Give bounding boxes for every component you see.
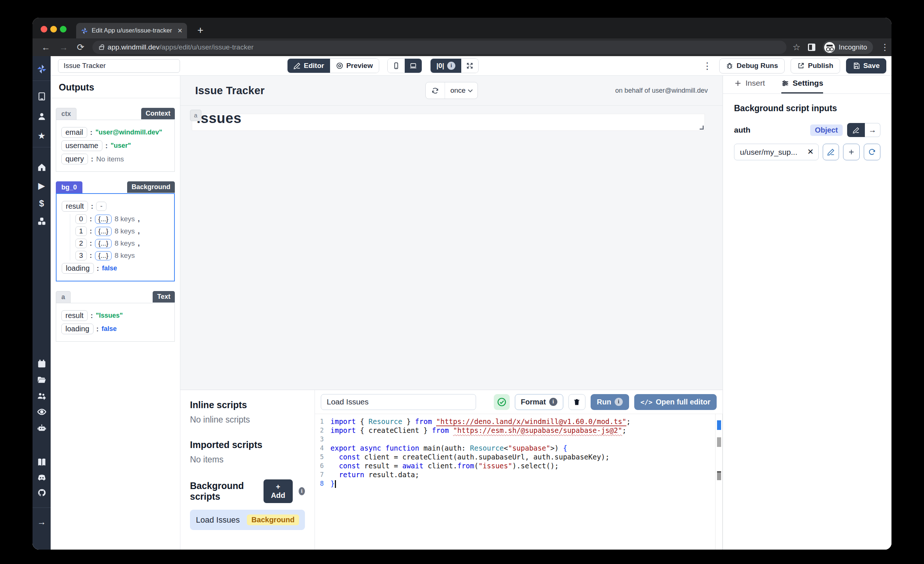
publish-button[interactable]: Publish [790,58,840,73]
clear-x-icon[interactable]: ✕ [807,147,814,156]
favorites-star-icon[interactable]: ★ [37,131,46,141]
address-bar[interactable]: app.windmill.dev/apps/edit/u/user/issue-… [92,40,786,54]
save-button[interactable]: Save [846,58,886,73]
home-icon[interactable] [37,163,46,172]
runs-play-icon[interactable]: ▶ [37,181,46,191]
windmill-app: ★ ▶ $ → Editor [33,56,891,550]
user-icon[interactable] [37,112,46,121]
new-tab-button[interactable]: + [197,24,203,36]
info-icon: i [298,487,305,495]
editor-mode-button[interactable]: Editor [288,59,330,73]
more-menu-icon[interactable]: ⋮ [703,61,712,71]
tab-title: Edit App u/user/issue-tracker | [92,27,174,34]
refresh-icon [431,87,439,94]
docs-book-icon[interactable] [37,457,46,467]
schedules-calendar-icon[interactable] [37,359,46,369]
rail-divider [33,507,51,508]
refresh-icon [868,148,876,156]
bookmark-star-icon[interactable]: ☆ [792,42,801,52]
editor-overview-ruler[interactable] [715,414,723,550]
code-line: 5 const client = createClient(auth.supab… [315,452,723,461]
delete-script-button[interactable] [568,394,585,410]
expand-rail-arrow-icon[interactable]: → [37,517,46,527]
refresh-resource-button[interactable] [864,144,880,160]
code-line: 3 [315,435,723,444]
app-name-input[interactable] [58,59,180,73]
field-name: auth [734,126,750,135]
workspace-building-icon[interactable] [37,91,46,101]
chrome-menu-icon[interactable]: ⋮ [880,42,889,52]
imported-scripts-empty: No items [190,455,305,465]
debug-runs-button[interactable]: Debug Runs [719,58,784,73]
bg0-id-chip[interactable]: bg_0 [56,181,82,193]
tab-settings[interactable]: Settings [782,79,824,93]
ruler-marker [717,420,721,430]
edit-resource-button[interactable] [823,144,839,160]
refresh-button[interactable] [425,82,445,99]
ruler-toggle-button[interactable]: |0| i [430,59,461,73]
background-scripts-header: Background scripts + Add i [190,479,305,503]
open-full-editor-button[interactable]: </>Open full editor [634,394,717,410]
add-resource-button[interactable] [843,144,860,160]
array-item-row: 0:{...}8 keys, [75,214,169,224]
script-name-input[interactable] [321,394,476,410]
object-expand-chip[interactable]: {...} [95,215,112,224]
output-block-bg0: bg_0 Background result:- 0:{...}8 keys, … [56,181,175,281]
component-id-chip[interactable]: a [190,110,201,121]
a-id-chip[interactable]: a [56,291,70,303]
browser-tab[interactable]: Edit App u/user/issue-tracker | ✕ [76,23,187,39]
save-icon [853,62,860,69]
background-script-item[interactable]: Load Issues Background [190,510,305,530]
collapse-toggle[interactable]: - [96,202,106,211]
refresh-mode-dropdown[interactable]: once [445,82,477,99]
connect-mode-button[interactable]: → [865,123,880,137]
side-panel-icon[interactable] [808,43,815,51]
add-background-script-button[interactable]: + Add [264,479,293,503]
discord-icon[interactable] [37,473,46,482]
traffic-minimize-button[interactable] [50,26,57,33]
groups-users-gear-icon[interactable] [37,392,46,401]
mobile-view-button[interactable] [388,59,405,73]
desktop-view-button[interactable] [405,59,422,73]
folders-icon[interactable] [37,375,46,385]
variables-dollar-icon[interactable]: $ [37,199,46,208]
ctx-id-chip[interactable]: ctx [56,108,76,120]
run-button[interactable]: Runi [591,394,629,410]
forward-icon[interactable]: → [59,42,68,52]
object-expand-chip[interactable]: {...} [95,251,112,260]
output-block-a: a Text result:"Issues" loading:false [56,291,175,342]
tab-insert[interactable]: Insert [734,79,765,93]
traffic-close-button[interactable] [40,26,47,33]
inline-scripts-empty: No inline scripts [190,415,305,425]
app-canvas: Issue Tracker once on behalf of user@win… [180,76,723,390]
back-icon[interactable]: ← [41,42,50,52]
output-row: result:- [62,201,169,212]
line-number: 6 [315,461,330,470]
ai-robot-icon[interactable] [37,423,46,433]
browser-toolbar: ← → ⟳ app.windmill.dev/apps/edit/u/user/… [33,39,891,56]
text-component[interactable]: a Issues [192,114,705,130]
code-editor[interactable]: 1import { Resource } from "https://deno.… [315,414,723,550]
resources-cubes-icon[interactable] [37,217,46,226]
audit-eye-icon[interactable] [37,407,46,417]
object-expand-chip[interactable]: {...} [95,239,112,248]
inline-scripts-title: Inline scripts [190,399,305,410]
tab-close-icon[interactable]: ✕ [177,27,183,35]
windmill-logo-icon[interactable] [37,64,46,74]
field-controls: Object → [810,123,880,137]
reload-icon[interactable]: ⟳ [77,42,84,52]
github-icon[interactable] [37,488,46,498]
phone-icon [393,62,400,69]
lint-ok-badge [494,394,510,410]
resource-input[interactable] [734,144,819,160]
object-expand-chip[interactable]: {...} [95,227,112,236]
fullscreen-button[interactable] [461,59,478,73]
traffic-zoom-button[interactable] [60,26,66,33]
resize-handle[interactable] [700,126,704,130]
static-mode-button[interactable] [847,123,865,137]
format-button[interactable]: Formati [515,394,563,410]
on-behalf-label: on behalf of user@windmill.dev [615,87,708,94]
code-line: 1import { Resource } from "https://deno.… [315,417,723,426]
preview-mode-button[interactable]: Preview [330,59,379,73]
lock-icon [99,46,104,50]
